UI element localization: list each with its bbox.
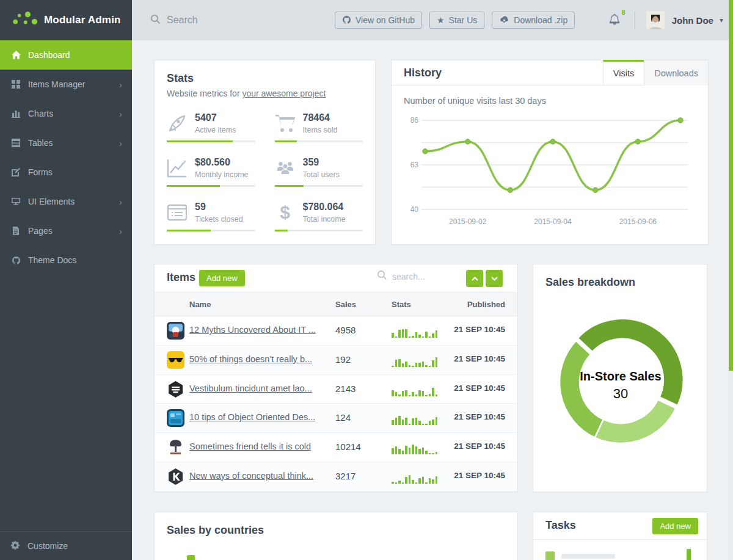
topbar: View on GitHub ★ Star Us Download .zip 8 xyxy=(132,0,733,40)
item-link[interactable]: 10 tips of Object Oriented Des... xyxy=(189,412,315,422)
sidebar-item-dashboard[interactable]: Dashboard xyxy=(0,40,132,70)
sales-sparkline xyxy=(392,324,442,338)
table-row: Vestibulum tincidunt amet lao... 2143 21… xyxy=(155,375,517,404)
topbar-right: 8 John Doe ▾ xyxy=(609,11,723,29)
download-zip-button[interactable]: Download .zip xyxy=(492,12,575,29)
tab-visits[interactable]: Visits xyxy=(603,60,644,85)
sidebar-item-tables[interactable]: Tables › xyxy=(0,128,132,158)
sidebar: Modular Admin Dashboard Items Manager › … xyxy=(0,0,132,560)
table-row: Sometimes friend tells it is cold 10214 … xyxy=(155,433,517,462)
visits-line-chart: 8663402015-09-022015-09-042015-09-06 xyxy=(400,113,701,235)
item-published: 21 SEP 10:45 xyxy=(454,471,505,480)
sales-sparkline xyxy=(392,412,442,425)
tab-downloads[interactable]: Downloads xyxy=(644,60,708,85)
chevron-right-icon: › xyxy=(119,109,122,119)
country-flag xyxy=(187,555,195,560)
item-published: 21 SEP 10:45 xyxy=(454,384,505,393)
star-us-button[interactable]: ★ Star Us xyxy=(429,12,484,29)
column-stats: Stats xyxy=(392,300,411,309)
item-photo-app-icon xyxy=(167,322,184,340)
sales-breakdown-title: Sales breakdown xyxy=(545,276,695,289)
global-search xyxy=(150,14,258,27)
metric-progress xyxy=(167,230,255,231)
item-link[interactable]: Vestibulum tincidunt amet lao... xyxy=(189,384,312,393)
item-published: 21 SEP 10:45 xyxy=(454,412,505,421)
search-icon xyxy=(150,14,161,27)
logo-dots-icon xyxy=(10,7,38,33)
customize-button[interactable]: Customize xyxy=(0,531,132,560)
sidebar-item-forms[interactable]: Forms xyxy=(0,158,132,187)
task-checkbox[interactable] xyxy=(545,551,555,560)
sidebar-item-ui-elements[interactable]: UI Elements › xyxy=(0,187,132,216)
items-title: Items xyxy=(167,271,195,284)
metric-progress xyxy=(275,140,363,142)
column-published: Published xyxy=(467,300,505,309)
item-sales: 10214 xyxy=(335,442,361,452)
chevron-right-icon: › xyxy=(119,138,122,148)
column-sales: Sales xyxy=(335,300,356,309)
cloud-download-icon xyxy=(499,15,509,25)
item-published: 21 SEP 10:45 xyxy=(454,442,505,451)
caret-down-icon[interactable]: ▾ xyxy=(720,16,723,24)
metric-label: Total users xyxy=(303,170,340,179)
chevron-right-icon: › xyxy=(119,79,122,90)
item-link[interactable]: New ways of conceptual think... xyxy=(189,471,313,481)
sort-down-button[interactable] xyxy=(486,270,503,287)
sales-sparkline xyxy=(392,470,442,484)
brand-logo[interactable]: Modular Admin xyxy=(0,0,132,40)
topbar-divider xyxy=(635,11,635,29)
sales-by-countries-card: Sales by countries xyxy=(154,512,518,560)
scrollbar-track[interactable] xyxy=(729,0,733,560)
metric-value: 59 xyxy=(195,202,206,212)
item-link[interactable]: 12 Myths Uncovered About IT ... xyxy=(189,325,316,335)
metric-progress xyxy=(275,230,363,231)
sidebar-item-pages[interactable]: Pages › xyxy=(0,216,132,245)
table-icon xyxy=(11,138,21,148)
bar-chart-icon xyxy=(11,109,21,118)
sales-sparkline xyxy=(392,441,442,454)
view-on-github-button[interactable]: View on GitHub xyxy=(335,12,422,29)
sidebar-item-charts[interactable]: Charts › xyxy=(0,99,132,128)
metric-progress xyxy=(167,140,255,142)
user-name[interactable]: John Doe xyxy=(672,15,713,26)
sidebar-item-theme-docs[interactable]: Theme Docs xyxy=(0,245,132,275)
scrollbar-thumb[interactable] xyxy=(729,0,733,371)
notifications-button[interactable]: 8 xyxy=(609,13,620,27)
chart-line-icon xyxy=(167,158,188,178)
item-link[interactable]: Sometimes friend tells it is cold xyxy=(189,442,311,451)
svg-text:2015-09-06: 2015-09-06 xyxy=(619,217,657,226)
metric-label: Items sold xyxy=(303,126,338,134)
github-icon xyxy=(11,255,21,265)
table-row: 10 tips of Object Oriented Des... 124 21… xyxy=(155,404,517,433)
svg-text:2015-09-04: 2015-09-04 xyxy=(534,217,572,226)
sales-by-countries-title: Sales by countries xyxy=(167,524,505,537)
avatar[interactable] xyxy=(646,11,665,29)
metric-value: 5407 xyxy=(195,112,217,123)
metric-value: $780.064 xyxy=(303,202,344,212)
items-search-input[interactable] xyxy=(392,272,450,282)
sort-up-button[interactable] xyxy=(466,270,483,287)
add-new-task-button[interactable]: Add new xyxy=(652,518,698,534)
metric-label: Tickets closed xyxy=(195,215,243,224)
metric-value: 359 xyxy=(303,157,319,167)
search-input[interactable] xyxy=(167,15,258,26)
project-link[interactable]: your awesome project xyxy=(242,89,326,98)
item-tree-icon xyxy=(167,438,184,456)
tasks-card: Tasks Add new xyxy=(533,512,707,560)
sidebar-item-items-manager[interactable]: Items Manager › xyxy=(0,70,132,99)
metric-value: $80.560 xyxy=(195,157,230,167)
dollar-icon: $ xyxy=(275,202,296,223)
metric-progress xyxy=(275,185,363,187)
history-title: History xyxy=(404,67,442,79)
history-header: History Visits Downloads xyxy=(392,60,708,85)
add-new-item-button[interactable]: Add new xyxy=(199,270,245,286)
chevron-right-icon: › xyxy=(119,226,122,236)
bell-icon xyxy=(609,16,620,27)
tasks-header: Tasks Add new xyxy=(533,512,707,540)
metric-monthly-income: $80.560 Monthly income xyxy=(167,156,255,187)
grid-icon xyxy=(11,79,21,89)
item-link[interactable]: 50% of things doesn't really b... xyxy=(189,354,312,364)
star-icon: ★ xyxy=(437,15,445,25)
metric-total-users: 359 Total users xyxy=(275,156,363,187)
metric-active-items: 5407 Active items xyxy=(167,112,255,142)
